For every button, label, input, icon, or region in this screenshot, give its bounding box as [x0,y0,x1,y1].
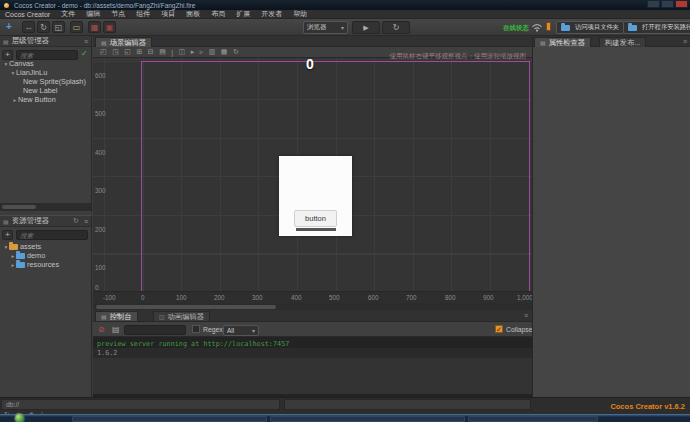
start-button[interactable] [15,414,24,422]
panel-menu-icon[interactable]: ≡ [84,38,88,45]
menu-item-panel[interactable]: 面板 [186,9,200,19]
menu-item-node[interactable]: 节点 [111,9,125,19]
create-asset-button[interactable]: + [2,230,13,240]
open-install-path-button[interactable]: 打开程序安装路径 [623,21,690,34]
collapse-checkbox[interactable]: ✓ [495,325,503,333]
tab-build[interactable]: 构建发布... [599,37,646,47]
tab-animation-editor[interactable]: ◫ 动画编辑器 [153,311,210,321]
scene-tab-label: 场景编辑器 [110,38,146,48]
menu-item-help[interactable]: 帮助 [293,9,307,19]
tab-console[interactable]: ▤ 控制台 [95,311,138,321]
taskbar-item[interactable] [468,416,598,422]
align-tool-icon[interactable]: ▹ [200,48,204,56]
align-tool-icon[interactable]: ◱ [124,48,131,56]
build-tab-label: 构建发布... [605,38,640,48]
align-tool-icon[interactable]: ▤ [159,48,166,56]
taskbar-item[interactable] [72,416,267,422]
console-tab-label: 控制台 [110,312,132,322]
menu-item-layout[interactable]: 布局 [211,9,225,19]
ruler-tick: 700 [406,294,417,301]
ruler-tick: 200 [214,294,225,301]
hierarchy-filter-icon[interactable]: ✓ [81,49,88,58]
menu-item-extension[interactable]: 扩展 [236,9,250,19]
maximize-button[interactable] [661,0,674,8]
menu-item-component[interactable]: 组件 [136,9,150,19]
cursor-tool-icon[interactable]: + [6,21,12,32]
panel-menu-icon[interactable]: ≡ [683,38,687,45]
menu-item-file[interactable]: 文件 [61,9,75,19]
tab-scene-editor[interactable]: ▤ 场景编辑器 [95,37,152,47]
log-level-value: All [227,327,234,334]
app-version-label: Cocos Creator v1.6.2 [610,402,685,411]
scrollbar-thumb[interactable] [96,305,276,309]
move-tool-icon[interactable]: ↔ [22,21,35,33]
gizmo-position-icon[interactable]: ▦ [88,21,101,33]
align-tool-icon[interactable]: ◫ [179,48,186,56]
ruler-tick: 500 [95,110,106,117]
scale-tool-icon[interactable]: ◱ [52,21,65,33]
align-tool-icon[interactable]: ▸ [191,48,195,56]
chevron-down-icon: ▾ [252,327,255,334]
asset-item-demo[interactable]: ▸ demo [0,251,92,260]
scene-hscrollbar[interactable] [93,303,532,310]
asset-item-resources[interactable]: ▸ resources [0,260,92,269]
tree-item-new-button[interactable]: ▸ New Button [0,95,92,104]
tree-item-new-sprite[interactable]: New Sprite(Splash) [0,77,92,86]
play-button[interactable]: ▶ [352,21,380,34]
tab-inspector[interactable]: ▤ 属性检查器 [534,37,591,47]
open-project-folder-button[interactable]: 访问项目文件夹 [556,21,624,34]
main-toolbar: + ↔ ↻ ◱ ▭ ▦ ▣ 浏览器 ▾ ▶ ↻ 在线状态 访问项目文件夹 打开程… [0,19,690,36]
align-tool-icon[interactable]: ▥ [209,48,216,56]
rect-tool-icon[interactable]: ▭ [70,21,83,33]
menu-item-edit[interactable]: 编辑 [86,9,100,19]
gizmo-anchor-icon[interactable]: ▣ [103,21,116,33]
asset-item-label: resources [27,260,59,269]
log-level-dropdown[interactable]: All ▾ [223,325,259,336]
menu-item-app[interactable]: Cocos Creator [5,11,50,18]
regex-checkbox[interactable] [192,325,200,333]
inspector-tab-bar: ▤ 属性检查器 构建发布... ≡ [533,36,690,47]
log-entry[interactable]: preview server running at http://localho… [93,337,532,348]
assets-refresh-icon[interactable]: ↻ [73,217,79,225]
console-filter-input[interactable] [124,325,186,335]
menu-item-project[interactable]: 项目 [161,9,175,19]
button-node[interactable]: button [294,210,337,227]
panel-menu-icon[interactable]: ≡ [524,312,528,319]
folder-icon [628,25,637,31]
asset-item-assets[interactable]: ▾ assets [0,242,92,251]
log-entry[interactable]: 1.6.2 [93,348,532,358]
console-tab-bar: ▤ 控制台 ◫ 动画编辑器 ≡ [93,310,532,322]
console-log-area[interactable]: preview server running at http://localho… [93,337,532,397]
assets-search-input[interactable] [16,230,88,240]
title-bar: Cocos Creator - demo - db://assets/demo/… [0,0,690,10]
ruler-tick: 100 [176,294,187,301]
align-tool-icon: | [171,49,173,56]
scrollbar-thumb[interactable] [2,205,36,209]
scene-ruler-x: -100 0 100 200 300 400 500 600 700 800 9… [93,291,532,303]
refresh-button[interactable]: ↻ [382,21,410,34]
menu-item-developer[interactable]: 开发者 [261,9,282,19]
preview-target-dropdown[interactable]: 浏览器 ▾ [303,21,348,34]
align-tool-icon[interactable]: ↻ [233,48,239,56]
hierarchy-header: ▤ 层级管理器 ≡ [0,36,91,47]
inspector-tab-label: 属性检查器 [549,38,585,48]
taskbar-item[interactable] [270,416,465,422]
align-tool-icon[interactable]: ⊞ [136,48,142,56]
tree-item-new-label[interactable]: New Label [0,86,92,95]
close-button[interactable] [675,0,688,8]
open-log-file-icon[interactable]: ▤ [112,325,120,334]
panel-menu-icon[interactable]: ≡ [84,218,88,225]
tree-item-lianjinlu[interactable]: ▾ LianJinLu [0,68,92,77]
asset-path-box: db:// [1,399,280,410]
minimize-button[interactable] [647,0,660,8]
rotate-tool-icon[interactable]: ↻ [37,21,50,33]
align-tool-icon[interactable]: ▦ [221,48,228,56]
wifi-icon [531,22,543,32]
app-icon [4,3,9,8]
align-tool-icon[interactable]: ⊟ [148,48,154,56]
clear-console-icon[interactable]: ⊘ [98,325,105,334]
align-tool-icon[interactable]: ◰ [100,48,107,56]
align-tool-icon[interactable]: ◳ [112,48,119,56]
tree-item-canvas[interactable]: ▾ Canvas [0,59,92,68]
hierarchy-hscrollbar[interactable] [0,203,91,211]
